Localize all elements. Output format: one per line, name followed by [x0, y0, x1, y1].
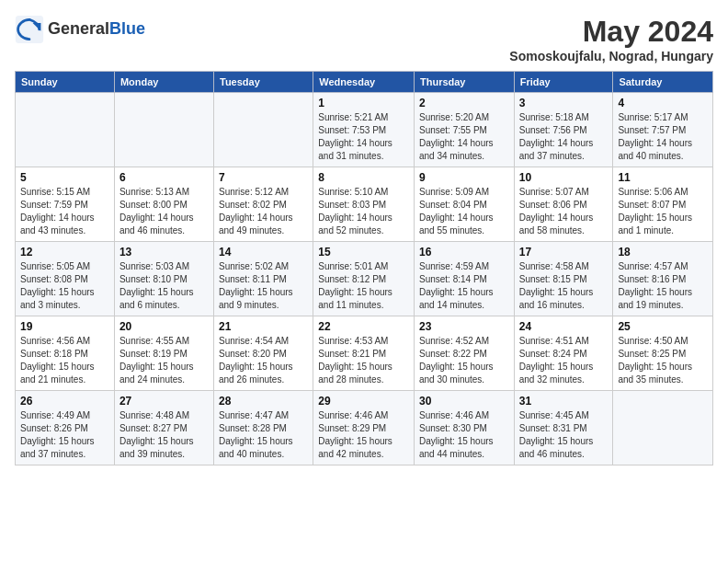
day-detail: Sunrise: 4:51 AMSunset: 8:24 PMDaylight:…: [519, 335, 609, 386]
day-detail: Sunrise: 4:57 AMSunset: 8:16 PMDaylight:…: [618, 260, 708, 312]
weekday-header: Thursday: [414, 72, 514, 93]
logo-general-text: GeneralBlue: [48, 20, 145, 39]
calendar-day-cell: 11Sunrise: 5:06 AMSunset: 8:07 PMDayligh…: [613, 167, 713, 242]
day-number: 17: [519, 246, 609, 259]
day-detail: Sunrise: 5:02 AMSunset: 8:11 PMDaylight:…: [219, 260, 308, 312]
day-number: 18: [618, 246, 708, 259]
calendar-day-cell: 16Sunrise: 4:59 AMSunset: 8:14 PMDayligh…: [414, 242, 514, 316]
calendar-day-cell: 10Sunrise: 5:07 AMSunset: 8:06 PMDayligh…: [514, 167, 613, 242]
calendar-day-cell: 5Sunrise: 5:15 AMSunset: 7:59 PMDaylight…: [16, 167, 115, 242]
day-number: 4: [618, 97, 708, 109]
day-number: 24: [519, 320, 609, 333]
location-subtitle: Somoskoujfalu, Nograd, Hungary: [509, 49, 713, 63]
day-detail: Sunrise: 4:58 AMSunset: 8:15 PMDaylight:…: [519, 260, 609, 312]
day-detail: Sunrise: 4:53 AMSunset: 8:21 PMDaylight:…: [318, 335, 409, 386]
calendar-day-cell: 9Sunrise: 5:09 AMSunset: 8:04 PMDaylight…: [414, 167, 514, 242]
calendar-day-cell: 27Sunrise: 4:48 AMSunset: 8:27 PMDayligh…: [114, 391, 213, 465]
weekday-header: Monday: [114, 72, 213, 93]
calendar-day-cell: 25Sunrise: 4:50 AMSunset: 8:25 PMDayligh…: [613, 316, 713, 391]
day-number: 8: [318, 171, 409, 184]
day-detail: Sunrise: 5:12 AMSunset: 8:02 PMDaylight:…: [219, 186, 308, 237]
day-number: 2: [419, 97, 509, 109]
day-detail: Sunrise: 4:50 AMSunset: 8:25 PMDaylight:…: [618, 335, 708, 386]
day-number: 14: [219, 246, 308, 259]
calendar-day-cell: 13Sunrise: 5:03 AMSunset: 8:10 PMDayligh…: [114, 242, 213, 316]
day-detail: Sunrise: 5:01 AMSunset: 8:12 PMDaylight:…: [318, 260, 409, 312]
day-number: 9: [419, 171, 509, 184]
day-detail: Sunrise: 4:46 AMSunset: 8:29 PMDaylight:…: [318, 409, 409, 461]
day-number: 28: [219, 395, 308, 408]
calendar-day-cell: 30Sunrise: 4:46 AMSunset: 8:30 PMDayligh…: [414, 391, 514, 465]
weekday-header: Saturday: [613, 72, 713, 93]
day-number: 26: [20, 395, 109, 408]
day-detail: Sunrise: 5:05 AMSunset: 8:08 PMDaylight:…: [20, 260, 109, 312]
day-number: 7: [219, 171, 308, 184]
calendar-day-cell: 15Sunrise: 5:01 AMSunset: 8:12 PMDayligh…: [313, 242, 415, 316]
weekday-header: Sunday: [16, 72, 115, 93]
day-number: 11: [618, 171, 708, 184]
weekday-header: Wednesday: [313, 72, 415, 93]
day-number: 15: [318, 246, 409, 259]
calendar-day-cell: [114, 93, 213, 167]
calendar-day-cell: 28Sunrise: 4:47 AMSunset: 8:28 PMDayligh…: [214, 391, 313, 465]
day-number: 25: [618, 320, 708, 333]
weekday-header-row: SundayMondayTuesdayWednesdayThursdayFrid…: [16, 72, 713, 93]
day-detail: Sunrise: 5:09 AMSunset: 8:04 PMDaylight:…: [419, 186, 509, 237]
calendar-day-cell: 1Sunrise: 5:21 AMSunset: 7:53 PMDaylight…: [313, 93, 415, 167]
calendar-day-cell: [16, 93, 115, 167]
calendar-day-cell: 2Sunrise: 5:20 AMSunset: 7:55 PMDaylight…: [414, 93, 514, 167]
page-header: GeneralBlue May 2024 Somoskoujfalu, Nogr…: [15, 15, 713, 63]
day-number: 5: [20, 171, 109, 184]
calendar-week-row: 12Sunrise: 5:05 AMSunset: 8:08 PMDayligh…: [16, 242, 713, 316]
calendar-day-cell: 19Sunrise: 4:56 AMSunset: 8:18 PMDayligh…: [16, 316, 115, 391]
day-number: 6: [119, 171, 209, 184]
day-detail: Sunrise: 4:48 AMSunset: 8:27 PMDaylight:…: [119, 409, 209, 461]
day-detail: Sunrise: 5:06 AMSunset: 8:07 PMDaylight:…: [618, 186, 708, 237]
day-detail: Sunrise: 4:54 AMSunset: 8:20 PMDaylight:…: [219, 335, 308, 386]
calendar-day-cell: [214, 93, 313, 167]
day-number: 30: [419, 395, 509, 408]
calendar-day-cell: [613, 391, 713, 465]
calendar-day-cell: 22Sunrise: 4:53 AMSunset: 8:21 PMDayligh…: [313, 316, 415, 391]
day-detail: Sunrise: 5:17 AMSunset: 7:57 PMDaylight:…: [618, 111, 708, 163]
day-number: 20: [119, 320, 209, 333]
day-detail: Sunrise: 5:13 AMSunset: 8:00 PMDaylight:…: [119, 186, 209, 237]
day-number: 23: [419, 320, 509, 333]
calendar-day-cell: 21Sunrise: 4:54 AMSunset: 8:20 PMDayligh…: [214, 316, 313, 391]
calendar-day-cell: 6Sunrise: 5:13 AMSunset: 8:00 PMDaylight…: [114, 167, 213, 242]
calendar-week-row: 1Sunrise: 5:21 AMSunset: 7:53 PMDaylight…: [16, 93, 713, 167]
calendar-week-row: 26Sunrise: 4:49 AMSunset: 8:26 PMDayligh…: [16, 391, 713, 465]
day-detail: Sunrise: 5:18 AMSunset: 7:56 PMDaylight:…: [519, 111, 609, 163]
day-detail: Sunrise: 4:52 AMSunset: 8:22 PMDaylight:…: [419, 335, 509, 386]
day-detail: Sunrise: 5:15 AMSunset: 7:59 PMDaylight:…: [20, 186, 109, 237]
day-detail: Sunrise: 5:07 AMSunset: 8:06 PMDaylight:…: [519, 186, 609, 237]
day-detail: Sunrise: 4:45 AMSunset: 8:31 PMDaylight:…: [519, 409, 609, 461]
day-detail: Sunrise: 4:59 AMSunset: 8:14 PMDaylight:…: [419, 260, 509, 312]
title-block: May 2024 Somoskoujfalu, Nograd, Hungary: [509, 15, 713, 63]
day-detail: Sunrise: 5:20 AMSunset: 7:55 PMDaylight:…: [419, 111, 509, 163]
day-number: 12: [20, 246, 109, 259]
calendar-week-row: 5Sunrise: 5:15 AMSunset: 7:59 PMDaylight…: [16, 167, 713, 242]
calendar-day-cell: 29Sunrise: 4:46 AMSunset: 8:29 PMDayligh…: [313, 391, 415, 465]
day-detail: Sunrise: 5:21 AMSunset: 7:53 PMDaylight:…: [318, 111, 409, 163]
day-detail: Sunrise: 4:56 AMSunset: 8:18 PMDaylight:…: [20, 335, 109, 386]
day-number: 19: [20, 320, 109, 333]
calendar-day-cell: 20Sunrise: 4:55 AMSunset: 8:19 PMDayligh…: [114, 316, 213, 391]
calendar-day-cell: 8Sunrise: 5:10 AMSunset: 8:03 PMDaylight…: [313, 167, 415, 242]
calendar-week-row: 19Sunrise: 4:56 AMSunset: 8:18 PMDayligh…: [16, 316, 713, 391]
calendar-day-cell: 26Sunrise: 4:49 AMSunset: 8:26 PMDayligh…: [16, 391, 115, 465]
day-number: 1: [318, 97, 409, 109]
day-number: 29: [318, 395, 409, 408]
calendar-day-cell: 24Sunrise: 4:51 AMSunset: 8:24 PMDayligh…: [514, 316, 613, 391]
day-number: 21: [219, 320, 308, 333]
calendar-day-cell: 4Sunrise: 5:17 AMSunset: 7:57 PMDaylight…: [613, 93, 713, 167]
calendar-day-cell: 12Sunrise: 5:05 AMSunset: 8:08 PMDayligh…: [16, 242, 115, 316]
calendar-day-cell: 23Sunrise: 4:52 AMSunset: 8:22 PMDayligh…: [414, 316, 514, 391]
day-number: 16: [419, 246, 509, 259]
day-detail: Sunrise: 4:47 AMSunset: 8:28 PMDaylight:…: [219, 409, 308, 461]
day-number: 10: [519, 171, 609, 184]
calendar-day-cell: 17Sunrise: 4:58 AMSunset: 8:15 PMDayligh…: [514, 242, 613, 316]
calendar-day-cell: 7Sunrise: 5:12 AMSunset: 8:02 PMDaylight…: [214, 167, 313, 242]
logo-text: GeneralBlue: [48, 20, 145, 39]
calendar-day-cell: 31Sunrise: 4:45 AMSunset: 8:31 PMDayligh…: [514, 391, 613, 465]
